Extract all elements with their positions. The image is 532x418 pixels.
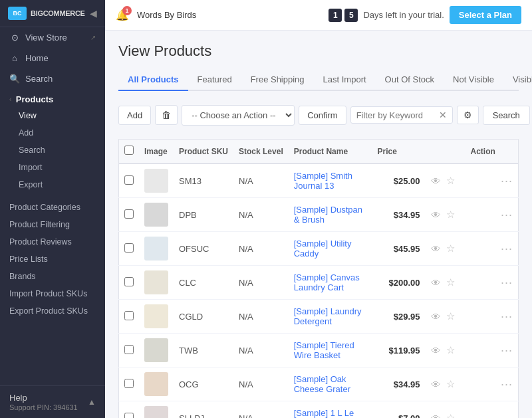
product-link[interactable]: [Sample] Smith Journal 13 (294, 171, 352, 191)
sidebar-sub-add[interactable]: Add (0, 124, 105, 142)
row-checkbox[interactable] (124, 413, 134, 419)
col-header-stock[interactable]: Stock Level (233, 140, 289, 164)
select-plan-button[interactable]: Select a Plan (450, 6, 521, 24)
product-link[interactable]: [Sample] Tiered Wire Basket (294, 340, 354, 360)
tab-featured[interactable]: Featured (188, 69, 241, 91)
product-link[interactable]: [Sample] Canvas Laundry Cart (294, 272, 360, 292)
star-icon[interactable]: ☆ (446, 310, 455, 322)
more-actions-icon[interactable]: ··· (501, 377, 513, 391)
tab-all-products[interactable]: All Products (118, 69, 188, 91)
visibility-icon[interactable]: 👁 (431, 175, 441, 187)
sidebar-item-export-product-skus[interactable]: Export Product SKUs (0, 302, 105, 320)
row-checkbox-cell (119, 334, 140, 367)
star-icon[interactable]: ☆ (446, 209, 455, 221)
tab-not-visible[interactable]: Not Visible (444, 69, 503, 91)
star-icon[interactable]: ☆ (446, 243, 455, 255)
sidebar-item-home[interactable]: ⌂ Home (0, 48, 105, 68)
star-icon[interactable]: ☆ (446, 412, 455, 418)
tab-free-shipping[interactable]: Free Shipping (241, 69, 314, 91)
trial-days-display: 1 5 (329, 9, 358, 22)
more-actions-icon[interactable]: ··· (501, 276, 513, 289)
product-link[interactable]: [Sample] Oak Cheese Grater (294, 374, 350, 394)
action-select[interactable]: -- Choose an Action -- (182, 105, 295, 126)
col-header-price[interactable]: Price (372, 140, 426, 164)
product-price: $34.95 (394, 379, 420, 389)
sidebar-item-product-categories[interactable]: Product Categories (0, 199, 105, 216)
sidebar-sub-import[interactable]: Import (0, 159, 105, 176)
more-actions-icon[interactable]: ··· (501, 174, 513, 187)
sidebar-sub-search[interactable]: Search (0, 142, 105, 159)
trial-day2-badge: 5 (344, 9, 358, 22)
row-checkbox[interactable] (124, 345, 134, 354)
product-link[interactable]: [Sample] Utility Caddy (294, 239, 352, 259)
star-icon[interactable]: ☆ (446, 175, 455, 187)
col-header-sku[interactable]: Product SKU (174, 140, 233, 164)
row-more-cell: ··· (466, 300, 519, 334)
product-link[interactable]: [Sample] Dustpan & Brush (294, 205, 362, 225)
row-checkbox[interactable] (124, 311, 134, 320)
sidebar-item-product-reviews[interactable]: Product Reviews (0, 233, 105, 251)
confirm-button[interactable]: Confirm (299, 106, 346, 125)
product-link[interactable]: [Sample] 1 L Le Parfait Jar (294, 408, 354, 418)
row-actions-cell: 👁 ☆ (426, 300, 466, 334)
sidebar-sub-export[interactable]: Export (0, 176, 105, 193)
more-actions-icon[interactable]: ··· (501, 411, 513, 419)
filter-input-wrap: ✕ (350, 106, 453, 124)
row-checkbox[interactable] (124, 277, 134, 286)
visibility-icon[interactable]: 👁 (431, 379, 441, 390)
sidebar-item-price-lists[interactable]: Price Lists (0, 251, 105, 268)
sidebar: BC BIGCOMMERCE ◀ ⊙ View Store ↗ ⌂ Home 🔍… (0, 0, 105, 418)
add-button[interactable]: Add (118, 106, 151, 125)
filter-clear-icon[interactable]: ✕ (439, 110, 447, 120)
more-actions-icon[interactable]: ··· (501, 344, 513, 357)
sidebar-item-view-store[interactable]: ⊙ View Store ↗ (0, 27, 105, 48)
row-actions-cell: 👁 ☆ (426, 163, 466, 198)
visibility-icon[interactable]: 👁 (431, 345, 441, 356)
sidebar-item-import-product-skus[interactable]: Import Product SKUs (0, 285, 105, 302)
sidebar-item-brands[interactable]: Brands (0, 268, 105, 285)
tab-visible[interactable]: Visible (503, 69, 532, 91)
row-stock-cell: N/A (233, 367, 289, 401)
filter-input[interactable] (356, 110, 436, 120)
visibility-icon[interactable]: 👁 (431, 311, 441, 322)
product-price: $34.95 (394, 210, 420, 220)
select-all-checkbox[interactable] (124, 146, 134, 155)
star-icon[interactable]: ☆ (446, 344, 455, 356)
row-sku-cell: SM13 (174, 163, 233, 198)
star-icon[interactable]: ☆ (446, 276, 455, 288)
row-checkbox-cell (119, 232, 140, 266)
logo-text: BIGCOMMERCE (31, 9, 85, 17)
star-icon[interactable]: ☆ (446, 378, 455, 390)
visibility-icon[interactable]: 👁 (431, 413, 441, 419)
col-header-name[interactable]: Product Name (289, 140, 372, 164)
notification-bell[interactable]: 🔔 1 (116, 9, 129, 21)
more-actions-icon[interactable]: ··· (501, 242, 513, 255)
tab-last-import[interactable]: Last Import (314, 69, 376, 91)
product-link[interactable]: [Sample] Laundry Detergent (294, 306, 362, 326)
row-checkbox[interactable] (124, 379, 134, 388)
sidebar-sub-view[interactable]: View (0, 107, 105, 124)
more-actions-icon[interactable]: ··· (501, 208, 513, 221)
row-checkbox[interactable] (124, 243, 134, 253)
row-actions-cell: 👁 ☆ (426, 266, 466, 300)
row-checkbox-cell (119, 266, 140, 300)
sidebar-item-search[interactable]: 🔍 Search (0, 68, 105, 89)
visibility-icon[interactable]: 👁 (431, 277, 441, 288)
sidebar-products-section[interactable]: ‹ Products (0, 89, 105, 107)
row-checkbox[interactable] (124, 209, 134, 219)
visibility-icon[interactable]: 👁 (431, 209, 441, 221)
more-actions-icon[interactable]: ··· (501, 310, 513, 323)
search-button[interactable]: Search (483, 106, 530, 125)
sidebar-collapse-button[interactable]: ◀ (90, 8, 97, 19)
filter-settings-button[interactable]: ⚙ (457, 106, 479, 124)
row-name-cell: [Sample] Utility Caddy (289, 232, 372, 266)
visibility-icon[interactable]: 👁 (431, 243, 441, 255)
delete-button[interactable]: 🗑 (155, 105, 178, 125)
sidebar-item-product-filtering[interactable]: Product Filtering (0, 216, 105, 233)
row-checkbox-cell (119, 367, 140, 401)
external-link-icon: ↗ (90, 34, 96, 41)
sidebar-footer[interactable]: Help Support PIN: 394631 ▲ (0, 385, 105, 418)
chevron-icon: ‹ (9, 96, 12, 103)
tab-out-of-stock[interactable]: Out Of Stock (376, 69, 444, 91)
row-checkbox[interactable] (124, 175, 134, 185)
